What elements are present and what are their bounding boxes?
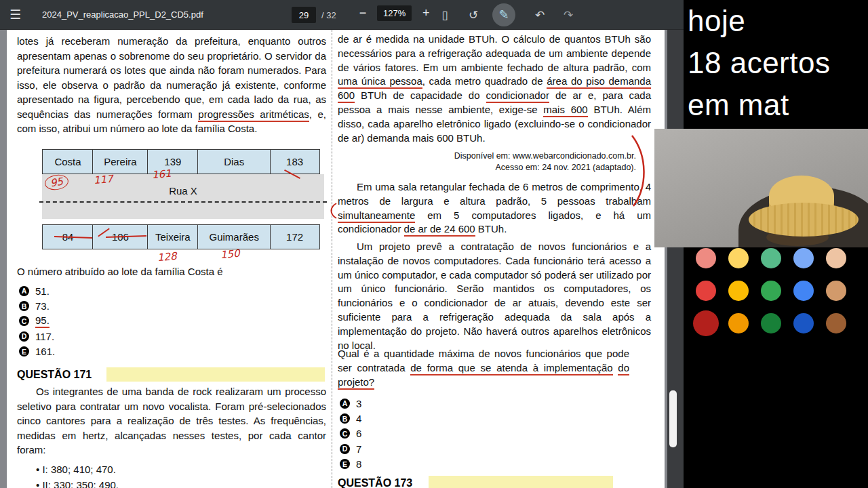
question-172-scenario-text: Em uma sala retangular fechada de 6 metr… xyxy=(338,180,651,237)
question-171-text: Os integrantes de uma banda de rock real… xyxy=(17,384,326,458)
option-letter-badge: D xyxy=(340,444,350,454)
question-170-continuation-text: lotes já receberam numeração da prefeitu… xyxy=(17,34,326,136)
palette-color-swatch[interactable] xyxy=(696,281,716,301)
palette-color-swatch[interactable] xyxy=(761,248,781,268)
source-line: Acesso em: 24 nov. 2021 (adaptado). xyxy=(338,162,636,174)
palette-color-swatch[interactable] xyxy=(793,248,814,268)
undo-icon[interactable]: ↶ xyxy=(530,5,549,24)
page-controls: 29 / 32 xyxy=(292,7,336,23)
answer-option: B73. xyxy=(19,298,55,313)
option-letter-badge: B xyxy=(19,301,29,311)
option-letter-badge: B xyxy=(340,413,350,424)
pdf-toolbar: ☰ 2024_PV_reaplicacao_PPL_D2_CD5.pdf 29 … xyxy=(0,0,684,30)
answer-option: E8 xyxy=(340,457,361,472)
answer-option: D7 xyxy=(340,441,361,456)
handwritten-annotation: 128 xyxy=(157,250,177,264)
question-172-stem: Qual é a quantidade máxima de novos func… xyxy=(338,347,629,389)
zoom-in-button[interactable]: + xyxy=(418,6,433,20)
palette-color-swatch[interactable] xyxy=(826,313,846,333)
red-curve-mark xyxy=(629,133,650,209)
pdf-scrollbar-thumb[interactable] xyxy=(669,390,677,447)
option-letter-badge: A xyxy=(19,286,29,296)
answer-option: E161. xyxy=(19,344,55,359)
option-text: 7 xyxy=(356,443,361,455)
page-count-label: / 32 xyxy=(321,10,336,20)
stream-overlay-text: hoje 18 acertos em mat xyxy=(688,0,830,126)
street-dashed-line xyxy=(39,201,327,203)
overlay-line: 18 acertos xyxy=(688,42,830,84)
palette-color-swatch[interactable] xyxy=(696,248,716,268)
lot-cell: Dias xyxy=(197,149,271,174)
option-text: 161. xyxy=(35,346,55,357)
lots-figure: CostaPereira139Dias183 Rua X 84106Teixei… xyxy=(42,149,324,249)
question-171-list: • I: 380; 410; 470. • II: 330; 350; 490. xyxy=(36,462,119,488)
red-underlined-text: simultaneamente xyxy=(338,209,415,223)
palette-color-swatch[interactable] xyxy=(761,313,781,333)
red-underlined-text: mais 600 xyxy=(543,104,587,117)
redo-icon[interactable]: ↷ xyxy=(559,5,578,24)
menu-icon[interactable]: ☰ xyxy=(9,7,21,22)
palette-color-swatch[interactable] xyxy=(793,281,814,301)
palette-color-swatch[interactable] xyxy=(693,310,719,336)
list-item: • II: 330; 350; 490. xyxy=(36,478,119,488)
fit-page-icon[interactable]: ▯ xyxy=(435,5,454,24)
option-letter-badge: E xyxy=(19,346,29,357)
zoom-controls: − 127% + xyxy=(355,5,433,21)
answer-option: A51. xyxy=(19,283,55,298)
option-text: 4 xyxy=(356,413,361,424)
red-underlined-text: de forma que se atenda à implementação xyxy=(410,362,612,375)
zoom-out-button[interactable]: − xyxy=(355,6,370,20)
street-band: Rua X xyxy=(42,174,324,219)
question-170-options: A51.B73.C95.D117.E161. xyxy=(19,283,55,359)
palette-color-swatch[interactable] xyxy=(761,281,781,301)
answer-option: B4 xyxy=(340,411,361,426)
answer-option: C6 xyxy=(340,426,361,441)
handwritten-annotation: 161 xyxy=(151,167,172,181)
question-170-stem: O número atribuído ao lote da família Co… xyxy=(17,266,223,277)
red-underlined-text: de ar de 24 600 xyxy=(404,223,475,237)
palette-color-swatch[interactable] xyxy=(728,313,749,333)
red-curve-mark xyxy=(328,202,339,220)
lots-table-top-row: CostaPereira139Dias183 xyxy=(42,149,324,174)
yellow-highlight xyxy=(106,367,325,382)
answer-option: C95. xyxy=(19,314,55,329)
pen-tool-icon[interactable]: ✎ xyxy=(492,3,515,26)
zoom-level[interactable]: 127% xyxy=(377,5,412,21)
palette-color-swatch[interactable] xyxy=(728,248,749,268)
option-text: 8 xyxy=(356,458,361,470)
option-letter-badge: C xyxy=(340,428,350,439)
question-172-project-text: Um projeto prevê a contratação de novos … xyxy=(338,240,651,352)
question-172-options: A3B4C6D7E8 xyxy=(340,396,361,472)
option-text: 51. xyxy=(35,285,50,297)
overlay-line: hoje xyxy=(688,0,830,42)
lot-cell: 183 xyxy=(270,149,320,174)
option-text: 3 xyxy=(356,398,361,409)
street-label: Rua X xyxy=(42,185,324,197)
page-number-input[interactable]: 29 xyxy=(292,7,316,23)
option-text: 117. xyxy=(35,331,54,342)
rotate-icon[interactable]: ↺ xyxy=(464,5,483,24)
option-text: 6 xyxy=(356,428,361,439)
color-palette xyxy=(696,245,846,336)
answer-option: A3 xyxy=(340,396,361,411)
palette-color-swatch[interactable] xyxy=(728,281,749,301)
question-172-intro-text: de ar é medida na unidade BTUh. O cálcul… xyxy=(338,33,651,145)
lot-cell: 172 xyxy=(270,224,320,249)
source-citation: Disponível em: www.webarcondicionado.com… xyxy=(338,150,636,174)
column-divider xyxy=(332,30,332,488)
answer-option: D117. xyxy=(19,329,55,344)
option-letter-badge: A xyxy=(340,399,350,409)
palette-color-swatch[interactable] xyxy=(826,248,846,268)
pdf-filename: 2024_PV_reaplicacao_PPL_D2_CD5.pdf xyxy=(42,9,203,20)
annotation-tools: ▯ ↺ ✎ ↶ ↷ xyxy=(435,3,578,26)
handwritten-annotation: 117 xyxy=(93,173,113,186)
palette-color-swatch[interactable] xyxy=(826,281,846,301)
option-text: 73. xyxy=(35,300,50,312)
red-underlined-text: progressões aritméticas xyxy=(198,108,309,122)
question-171-title: QUESTÃO 171 xyxy=(17,369,92,380)
palette-color-swatch[interactable] xyxy=(793,313,814,333)
lot-cell: Pereira xyxy=(92,149,148,174)
option-text: 95. xyxy=(35,314,50,328)
question-173-heading: QUESTÃO 173 xyxy=(338,477,651,488)
pdf-scrollbar-track[interactable] xyxy=(667,30,684,488)
